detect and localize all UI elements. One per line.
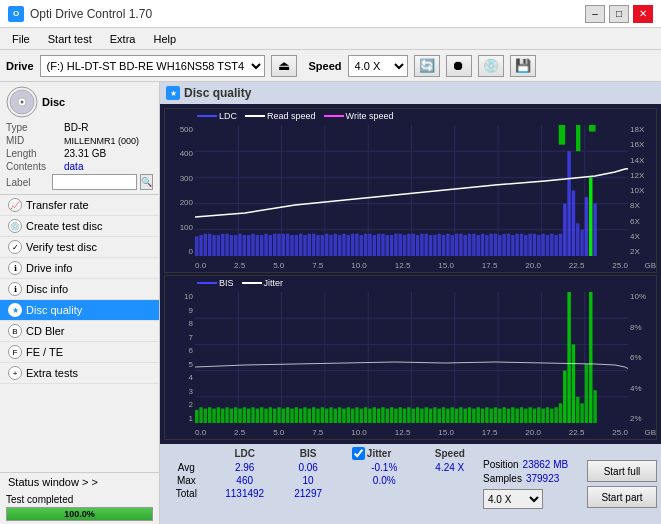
svg-rect-163 — [355, 407, 358, 423]
stats-avg-empty — [336, 461, 348, 474]
svg-rect-92 — [520, 234, 523, 256]
status-window-button[interactable]: Status window > > — [0, 473, 159, 491]
svg-rect-154 — [316, 409, 319, 423]
disc-quality-panel: ★ Disc quality LDC Read — [160, 82, 661, 524]
svg-rect-48 — [329, 235, 332, 256]
svg-rect-144 — [273, 409, 276, 423]
sidebar-item-verify-test-disc[interactable]: ✓ Verify test disc — [0, 237, 159, 258]
svg-rect-67 — [412, 234, 415, 256]
svg-rect-204 — [533, 409, 536, 423]
start-full-button[interactable]: Start full — [587, 460, 657, 482]
svg-rect-178 — [420, 409, 423, 423]
disc-label-btn[interactable]: 🔍 — [140, 174, 153, 190]
stats-col-empty — [164, 446, 209, 461]
svg-rect-60 — [381, 234, 384, 256]
close-button[interactable]: ✕ — [633, 5, 653, 23]
disc-button[interactable]: 💿 — [478, 55, 504, 77]
speed-label: Speed — [309, 60, 342, 72]
svg-rect-137 — [243, 407, 246, 423]
sidebar-item-disc-info[interactable]: ℹ Disc info — [0, 279, 159, 300]
svg-rect-69 — [420, 234, 423, 256]
svg-rect-59 — [377, 234, 380, 256]
jitter-checkbox-label: Jitter — [367, 448, 391, 459]
minimize-button[interactable]: – — [585, 5, 605, 23]
drive-label: Drive — [6, 60, 34, 72]
svg-rect-109 — [593, 204, 596, 256]
svg-rect-129 — [208, 407, 211, 423]
menu-file[interactable]: File — [4, 31, 38, 47]
svg-rect-174 — [403, 409, 406, 423]
sidebar-item-cd-bler[interactable]: B CD Bler — [0, 321, 159, 342]
eject-button[interactable]: ⏏ — [271, 55, 297, 77]
menu-start-test[interactable]: Start test — [40, 31, 100, 47]
svg-rect-54 — [355, 234, 358, 256]
svg-rect-19 — [204, 234, 207, 256]
svg-rect-201 — [520, 407, 523, 423]
stats-total-jitter-empty — [348, 487, 421, 500]
stats-max-bis: 10 — [281, 474, 336, 487]
sidebar-item-extra-tests[interactable]: + Extra tests — [0, 363, 159, 384]
svg-rect-38 — [286, 234, 289, 256]
svg-rect-58 — [373, 235, 376, 256]
svg-rect-70 — [424, 234, 427, 256]
svg-rect-77 — [455, 234, 458, 256]
sidebar-item-transfer-rate[interactable]: 📈 Transfer rate — [0, 195, 159, 216]
svg-rect-145 — [277, 407, 280, 423]
disc-quality-panel-icon: ★ — [166, 86, 180, 100]
svg-rect-200 — [515, 409, 518, 423]
svg-rect-64 — [399, 234, 402, 256]
svg-rect-148 — [290, 409, 293, 423]
menu-help[interactable]: Help — [145, 31, 184, 47]
svg-rect-87 — [498, 235, 501, 256]
svg-rect-151 — [303, 407, 306, 423]
svg-rect-149 — [295, 407, 298, 423]
svg-rect-23 — [221, 234, 224, 256]
svg-rect-186 — [455, 409, 458, 423]
svg-rect-86 — [494, 234, 497, 256]
svg-rect-25 — [230, 235, 233, 256]
svg-rect-126 — [195, 410, 198, 423]
sidebar-label-extra-tests: Extra tests — [26, 367, 78, 379]
stats-max-ldc: 460 — [209, 474, 281, 487]
svg-rect-26 — [234, 235, 237, 256]
disc-label-label: Label — [6, 177, 49, 188]
drive-select[interactable]: (F:) HL-DT-ST BD-RE WH16NS58 TST4 — [40, 55, 265, 77]
svg-rect-99 — [550, 234, 553, 256]
stats-area: LDC BIS Jitter Speed — [160, 444, 661, 524]
sidebar-item-drive-info[interactable]: ℹ Drive info — [0, 258, 159, 279]
chart1-canvas — [195, 125, 628, 256]
svg-rect-197 — [502, 407, 505, 423]
speed-select-stats[interactable]: 4.0 X — [483, 489, 543, 509]
svg-rect-142 — [264, 409, 267, 423]
start-part-button[interactable]: Start part — [587, 486, 657, 508]
record-button[interactable]: ⏺ — [446, 55, 472, 77]
chart2-legend: BIS Jitter — [197, 278, 283, 288]
progress-bar-container: 100.0% — [6, 507, 153, 521]
svg-rect-190 — [472, 409, 475, 423]
sidebar-item-fe-te[interactable]: F FE / TE — [0, 342, 159, 363]
sidebar-item-create-test-disc[interactable]: 💿 Create test disc — [0, 216, 159, 237]
svg-rect-134 — [230, 409, 233, 423]
svg-rect-194 — [489, 409, 492, 423]
samples-value: 379923 — [526, 473, 559, 484]
svg-rect-108 — [589, 177, 592, 256]
stats-total-label: Total — [164, 487, 209, 500]
speed-select[interactable]: 4.0 X — [348, 55, 408, 77]
menu-extra[interactable]: Extra — [102, 31, 144, 47]
svg-rect-187 — [459, 407, 462, 423]
stats-max-empty — [336, 474, 348, 487]
svg-rect-193 — [485, 407, 488, 423]
svg-rect-107 — [585, 197, 588, 256]
svg-rect-40 — [295, 235, 298, 256]
sidebar-label-disc-quality: Disc quality — [26, 304, 82, 316]
maximize-button[interactable]: □ — [609, 5, 629, 23]
sidebar-item-disc-quality[interactable]: ★ Disc quality — [0, 300, 159, 321]
svg-rect-88 — [502, 234, 505, 256]
bis-color — [197, 282, 217, 284]
save-button[interactable]: 💾 — [510, 55, 536, 77]
disc-label-input[interactable] — [52, 174, 137, 190]
refresh-button[interactable]: 🔄 — [414, 55, 440, 77]
sidebar-label-verify-test-disc: Verify test disc — [26, 241, 97, 253]
jitter-checkbox[interactable] — [352, 447, 365, 460]
status-window-label: Status window > > — [8, 476, 98, 488]
